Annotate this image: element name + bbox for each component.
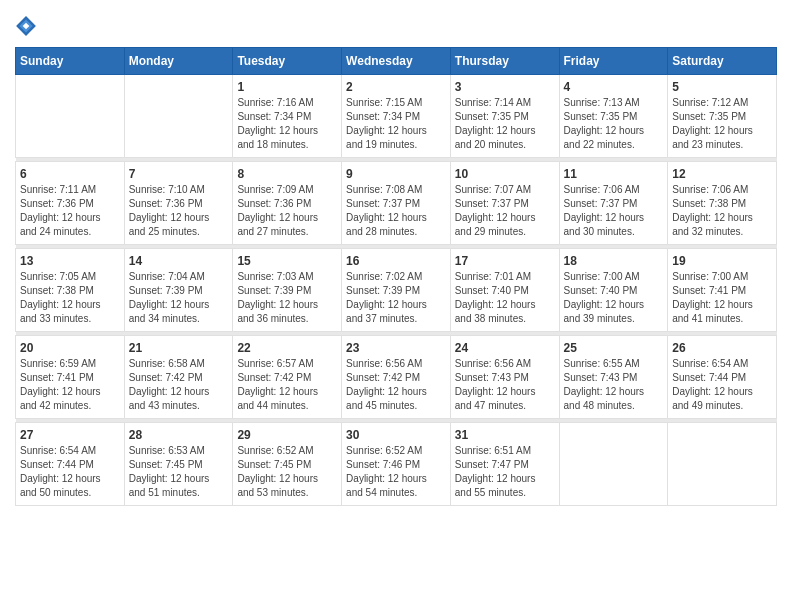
day-detail: Sunrise: 7:16 AMSunset: 7:34 PMDaylight:… (237, 96, 337, 152)
day-number: 28 (129, 428, 229, 442)
calendar-cell: 25Sunrise: 6:55 AMSunset: 7:43 PMDayligh… (559, 336, 668, 419)
day-number: 31 (455, 428, 555, 442)
day-detail: Sunrise: 7:13 AMSunset: 7:35 PMDaylight:… (564, 96, 664, 152)
calendar-cell: 26Sunrise: 6:54 AMSunset: 7:44 PMDayligh… (668, 336, 777, 419)
day-number: 29 (237, 428, 337, 442)
calendar-cell: 31Sunrise: 6:51 AMSunset: 7:47 PMDayligh… (450, 423, 559, 506)
day-detail: Sunrise: 6:54 AMSunset: 7:44 PMDaylight:… (672, 357, 772, 413)
day-detail: Sunrise: 7:03 AMSunset: 7:39 PMDaylight:… (237, 270, 337, 326)
day-number: 11 (564, 167, 664, 181)
calendar-cell: 29Sunrise: 6:52 AMSunset: 7:45 PMDayligh… (233, 423, 342, 506)
calendar-cell: 12Sunrise: 7:06 AMSunset: 7:38 PMDayligh… (668, 162, 777, 245)
header-row: SundayMondayTuesdayWednesdayThursdayFrid… (16, 48, 777, 75)
calendar-week-row: 20Sunrise: 6:59 AMSunset: 7:41 PMDayligh… (16, 336, 777, 419)
calendar-cell: 2Sunrise: 7:15 AMSunset: 7:34 PMDaylight… (342, 75, 451, 158)
day-number: 4 (564, 80, 664, 94)
day-detail: Sunrise: 6:58 AMSunset: 7:42 PMDaylight:… (129, 357, 229, 413)
calendar-cell: 13Sunrise: 7:05 AMSunset: 7:38 PMDayligh… (16, 249, 125, 332)
day-detail: Sunrise: 6:56 AMSunset: 7:43 PMDaylight:… (455, 357, 555, 413)
calendar-cell: 1Sunrise: 7:16 AMSunset: 7:34 PMDaylight… (233, 75, 342, 158)
calendar-cell (16, 75, 125, 158)
day-header: Tuesday (233, 48, 342, 75)
day-number: 24 (455, 341, 555, 355)
day-detail: Sunrise: 6:51 AMSunset: 7:47 PMDaylight:… (455, 444, 555, 500)
day-detail: Sunrise: 6:52 AMSunset: 7:45 PMDaylight:… (237, 444, 337, 500)
calendar-cell (559, 423, 668, 506)
day-number: 30 (346, 428, 446, 442)
day-number: 14 (129, 254, 229, 268)
day-detail: Sunrise: 6:52 AMSunset: 7:46 PMDaylight:… (346, 444, 446, 500)
day-number: 16 (346, 254, 446, 268)
logo-icon (15, 15, 37, 37)
day-number: 1 (237, 80, 337, 94)
day-detail: Sunrise: 7:08 AMSunset: 7:37 PMDaylight:… (346, 183, 446, 239)
day-number: 8 (237, 167, 337, 181)
day-detail: Sunrise: 7:07 AMSunset: 7:37 PMDaylight:… (455, 183, 555, 239)
day-detail: Sunrise: 7:12 AMSunset: 7:35 PMDaylight:… (672, 96, 772, 152)
day-header: Wednesday (342, 48, 451, 75)
calendar-cell: 11Sunrise: 7:06 AMSunset: 7:37 PMDayligh… (559, 162, 668, 245)
day-detail: Sunrise: 7:02 AMSunset: 7:39 PMDaylight:… (346, 270, 446, 326)
day-number: 22 (237, 341, 337, 355)
calendar-cell: 5Sunrise: 7:12 AMSunset: 7:35 PMDaylight… (668, 75, 777, 158)
day-header: Saturday (668, 48, 777, 75)
day-detail: Sunrise: 7:14 AMSunset: 7:35 PMDaylight:… (455, 96, 555, 152)
calendar-week-row: 6Sunrise: 7:11 AMSunset: 7:36 PMDaylight… (16, 162, 777, 245)
day-number: 12 (672, 167, 772, 181)
calendar-cell: 8Sunrise: 7:09 AMSunset: 7:36 PMDaylight… (233, 162, 342, 245)
day-detail: Sunrise: 7:06 AMSunset: 7:37 PMDaylight:… (564, 183, 664, 239)
calendar-cell: 15Sunrise: 7:03 AMSunset: 7:39 PMDayligh… (233, 249, 342, 332)
day-number: 13 (20, 254, 120, 268)
day-number: 7 (129, 167, 229, 181)
calendar-week-row: 1Sunrise: 7:16 AMSunset: 7:34 PMDaylight… (16, 75, 777, 158)
day-detail: Sunrise: 7:05 AMSunset: 7:38 PMDaylight:… (20, 270, 120, 326)
calendar-cell: 20Sunrise: 6:59 AMSunset: 7:41 PMDayligh… (16, 336, 125, 419)
day-detail: Sunrise: 6:53 AMSunset: 7:45 PMDaylight:… (129, 444, 229, 500)
day-header: Sunday (16, 48, 125, 75)
calendar-week-row: 13Sunrise: 7:05 AMSunset: 7:38 PMDayligh… (16, 249, 777, 332)
day-number: 27 (20, 428, 120, 442)
day-number: 10 (455, 167, 555, 181)
day-detail: Sunrise: 7:15 AMSunset: 7:34 PMDaylight:… (346, 96, 446, 152)
calendar-week-row: 27Sunrise: 6:54 AMSunset: 7:44 PMDayligh… (16, 423, 777, 506)
calendar-cell: 23Sunrise: 6:56 AMSunset: 7:42 PMDayligh… (342, 336, 451, 419)
page-header (15, 15, 777, 37)
calendar-cell (668, 423, 777, 506)
calendar-cell (124, 75, 233, 158)
day-number: 9 (346, 167, 446, 181)
calendar-cell: 28Sunrise: 6:53 AMSunset: 7:45 PMDayligh… (124, 423, 233, 506)
calendar-cell: 9Sunrise: 7:08 AMSunset: 7:37 PMDaylight… (342, 162, 451, 245)
calendar-cell: 17Sunrise: 7:01 AMSunset: 7:40 PMDayligh… (450, 249, 559, 332)
day-detail: Sunrise: 7:01 AMSunset: 7:40 PMDaylight:… (455, 270, 555, 326)
day-detail: Sunrise: 7:10 AMSunset: 7:36 PMDaylight:… (129, 183, 229, 239)
calendar-cell: 22Sunrise: 6:57 AMSunset: 7:42 PMDayligh… (233, 336, 342, 419)
day-number: 5 (672, 80, 772, 94)
day-detail: Sunrise: 6:54 AMSunset: 7:44 PMDaylight:… (20, 444, 120, 500)
day-number: 17 (455, 254, 555, 268)
calendar-cell: 24Sunrise: 6:56 AMSunset: 7:43 PMDayligh… (450, 336, 559, 419)
day-header: Friday (559, 48, 668, 75)
calendar-cell: 14Sunrise: 7:04 AMSunset: 7:39 PMDayligh… (124, 249, 233, 332)
calendar-cell: 21Sunrise: 6:58 AMSunset: 7:42 PMDayligh… (124, 336, 233, 419)
calendar-cell: 19Sunrise: 7:00 AMSunset: 7:41 PMDayligh… (668, 249, 777, 332)
calendar-cell: 18Sunrise: 7:00 AMSunset: 7:40 PMDayligh… (559, 249, 668, 332)
day-number: 18 (564, 254, 664, 268)
day-detail: Sunrise: 7:09 AMSunset: 7:36 PMDaylight:… (237, 183, 337, 239)
calendar-cell: 27Sunrise: 6:54 AMSunset: 7:44 PMDayligh… (16, 423, 125, 506)
calendar-cell: 4Sunrise: 7:13 AMSunset: 7:35 PMDaylight… (559, 75, 668, 158)
day-number: 3 (455, 80, 555, 94)
day-number: 23 (346, 341, 446, 355)
day-detail: Sunrise: 7:04 AMSunset: 7:39 PMDaylight:… (129, 270, 229, 326)
day-number: 21 (129, 341, 229, 355)
day-number: 2 (346, 80, 446, 94)
logo (15, 15, 39, 37)
calendar-cell: 6Sunrise: 7:11 AMSunset: 7:36 PMDaylight… (16, 162, 125, 245)
day-detail: Sunrise: 7:00 AMSunset: 7:41 PMDaylight:… (672, 270, 772, 326)
calendar-cell: 16Sunrise: 7:02 AMSunset: 7:39 PMDayligh… (342, 249, 451, 332)
day-number: 26 (672, 341, 772, 355)
day-detail: Sunrise: 7:06 AMSunset: 7:38 PMDaylight:… (672, 183, 772, 239)
calendar-table: SundayMondayTuesdayWednesdayThursdayFrid… (15, 47, 777, 506)
day-header: Monday (124, 48, 233, 75)
day-number: 20 (20, 341, 120, 355)
calendar-cell: 3Sunrise: 7:14 AMSunset: 7:35 PMDaylight… (450, 75, 559, 158)
